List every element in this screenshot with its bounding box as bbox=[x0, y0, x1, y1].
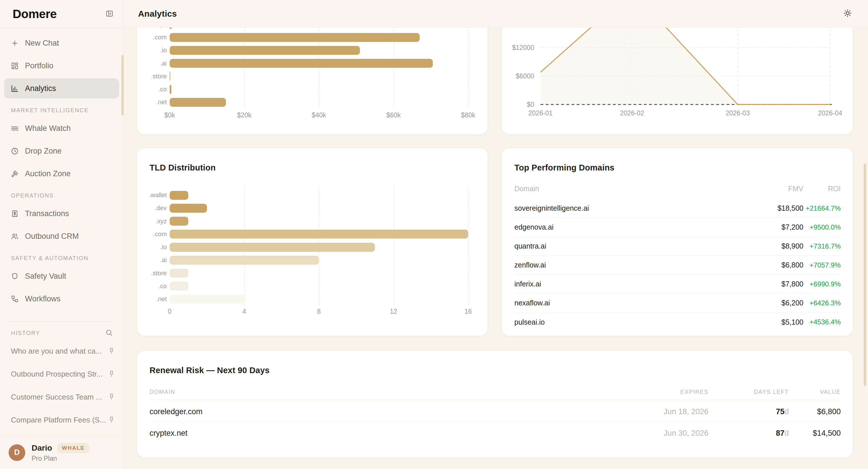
sidebar-collapse-button[interactable] bbox=[105, 10, 113, 19]
history-list: Who are you and what ca...Outbound Prosp… bbox=[4, 340, 119, 431]
history-search-button[interactable] bbox=[105, 329, 113, 337]
sidebar-item-label: Transactions bbox=[25, 209, 69, 218]
sidebar-item-drop-zone[interactable]: Drop Zone bbox=[4, 141, 119, 161]
sidebar-item-label: Auction Zone bbox=[25, 169, 71, 178]
history-item-title: Customer Success Team ... bbox=[11, 393, 102, 402]
sidebar-item-new-chat[interactable]: New Chat bbox=[4, 33, 119, 53]
history-item-title: Who are you and what ca... bbox=[11, 347, 102, 356]
sidebar-item-label: Drop Zone bbox=[25, 147, 62, 156]
bar-xyz bbox=[169, 217, 188, 226]
gridline bbox=[468, 186, 469, 305]
history-item-title: Compare Platform Fees (S... bbox=[11, 416, 105, 425]
table-row[interactable]: pulseai.io$5,100+4536.4% bbox=[515, 313, 841, 327]
table-row[interactable]: sovereignintelligence.ai$18,500+21664.7% bbox=[515, 199, 841, 218]
bar-co bbox=[169, 85, 172, 94]
sidebar-header: Domere bbox=[0, 0, 123, 28]
svg-text:$0: $0 bbox=[527, 101, 534, 108]
history-item[interactable]: Customer Success Team ... bbox=[4, 385, 119, 408]
sidebar-item-auction-zone[interactable]: Auction Zone bbox=[4, 164, 119, 184]
sidebar-item-workflows[interactable]: Workflows bbox=[4, 289, 119, 309]
domain-cell: cryptex.net bbox=[150, 429, 611, 438]
sidebar-item-label: Analytics bbox=[25, 84, 56, 93]
section-label-market-intelligence: MARKET INTELLIGENCE bbox=[11, 107, 119, 114]
fmv-cell: $18,500 bbox=[757, 204, 803, 212]
bar-category-label: .store bbox=[137, 270, 167, 277]
svg-text:2026-04: 2026-04 bbox=[818, 110, 842, 117]
bar-category-label: .net bbox=[137, 295, 167, 303]
pin-button[interactable] bbox=[106, 416, 117, 424]
sidebar-item-safety-vault[interactable]: Safety Vault bbox=[4, 266, 119, 286]
domain-cell: quantra.ai bbox=[515, 242, 757, 250]
value-cell: $6,800 bbox=[789, 407, 841, 416]
pin-button[interactable] bbox=[106, 347, 117, 355]
bar-store bbox=[169, 72, 170, 81]
top-domains-title: Top Performing Domains bbox=[515, 163, 615, 173]
sidebar-scrollbar[interactable] bbox=[121, 55, 124, 115]
bar-io bbox=[169, 46, 360, 55]
domain-cell: inferix.ai bbox=[515, 280, 757, 288]
table-row[interactable]: cryptex.netJun 30, 202687d$14,500 bbox=[150, 423, 841, 444]
roi-cell: +9500.0% bbox=[803, 223, 841, 231]
domain-cell: pulseai.io bbox=[515, 318, 757, 326]
roi-cell: +7057.9% bbox=[803, 261, 841, 269]
primary-nav: New ChatPortfolioAnalytics bbox=[4, 33, 119, 98]
fmv-cell: $7,200 bbox=[757, 223, 803, 231]
col-domain: Domain bbox=[515, 185, 757, 193]
sidebar-item-portfolio[interactable]: Portfolio bbox=[4, 56, 119, 76]
table-row[interactable]: inferix.ai$7,800+6990.9% bbox=[515, 275, 841, 293]
nav-sections: MARKET INTELLIGENCEWhale WatchDrop ZoneA… bbox=[4, 107, 119, 309]
value-cell: $14,500 bbox=[789, 429, 841, 438]
roi-cell: +7316.7% bbox=[803, 242, 841, 250]
user-area[interactable]: D Dario WHALE Pro Plan bbox=[0, 436, 123, 469]
days-number: 75 bbox=[776, 407, 784, 416]
bar-net bbox=[169, 295, 244, 304]
domain-cell: coreledger.com bbox=[150, 407, 611, 416]
fmv-cell: $6,200 bbox=[757, 299, 803, 307]
top-domains-card: Top Performing Domains Domain FMV ROI so… bbox=[501, 148, 853, 336]
days-left-cell: 87d bbox=[708, 429, 789, 438]
table-row[interactable]: nexaflow.ai$6,200+6426.3% bbox=[515, 293, 841, 313]
topbar: Analytics bbox=[123, 0, 868, 28]
layout-grid-icon bbox=[11, 62, 19, 70]
bar-com bbox=[169, 230, 468, 239]
table-row[interactable]: coreledger.comJun 18, 202675d$6,800 bbox=[150, 401, 841, 423]
plus-icon bbox=[11, 39, 19, 47]
history-item[interactable]: Who are you and what ca... bbox=[4, 340, 119, 363]
svg-text:2026-01: 2026-01 bbox=[528, 110, 553, 117]
user-tier-badge: WHALE bbox=[57, 443, 90, 453]
col-roi: ROI bbox=[803, 185, 841, 193]
gavel-icon bbox=[11, 170, 19, 178]
history-item[interactable]: Compare Platform Fees (S... bbox=[4, 408, 119, 431]
main-scrollbar[interactable] bbox=[864, 164, 866, 386]
sidebar-item-transactions[interactable]: Transactions bbox=[4, 204, 119, 224]
domain-cell: nexaflow.ai bbox=[515, 299, 757, 307]
bar-category-label: .store bbox=[137, 73, 167, 80]
col-fmv: FMV bbox=[757, 185, 803, 193]
sidebar-item-outbound-crm[interactable]: Outbound CRM bbox=[4, 226, 119, 246]
theme-toggle-button[interactable] bbox=[843, 9, 852, 19]
table-row[interactable]: quantra.ai$8,900+7316.7% bbox=[515, 237, 841, 256]
sidebar-item-whale-watch[interactable]: Whale Watch bbox=[4, 118, 119, 138]
svg-text:2026-03: 2026-03 bbox=[725, 110, 750, 117]
clock-icon bbox=[11, 147, 19, 155]
fmv-cell: $8,900 bbox=[757, 242, 803, 250]
top-domains-rows: sovereignintelligence.ai$18,500+21664.7%… bbox=[515, 199, 841, 327]
bar-chart-icon bbox=[11, 85, 19, 92]
col-expires: EXPIRES bbox=[611, 388, 708, 395]
pin-button[interactable] bbox=[106, 370, 117, 378]
history-label: HISTORY bbox=[11, 330, 40, 336]
bar-dev bbox=[169, 204, 207, 213]
table-row[interactable]: zenflow.ai$6,800+7057.9% bbox=[515, 256, 841, 275]
pin-button[interactable] bbox=[106, 393, 117, 401]
table-row[interactable]: edgenova.ai$7,200+9500.0% bbox=[515, 218, 841, 237]
history-item[interactable]: Outbound Prospecting Str... bbox=[4, 363, 119, 385]
x-axis-tick: 16 bbox=[451, 308, 485, 315]
pin-icon bbox=[108, 370, 115, 377]
history-item-title: Outbound Prospecting Str... bbox=[11, 370, 102, 379]
roi-cell: +21664.7% bbox=[803, 205, 841, 212]
main-content: $0k$20k$40k$60k$80k.xyz.com.io.ai.store.… bbox=[0, 0, 868, 469]
users-icon bbox=[11, 232, 19, 240]
expires-cell: Jun 18, 2026 bbox=[611, 407, 708, 416]
sidebar-item-analytics[interactable]: Analytics bbox=[4, 79, 119, 98]
bar-ai bbox=[169, 256, 319, 264]
